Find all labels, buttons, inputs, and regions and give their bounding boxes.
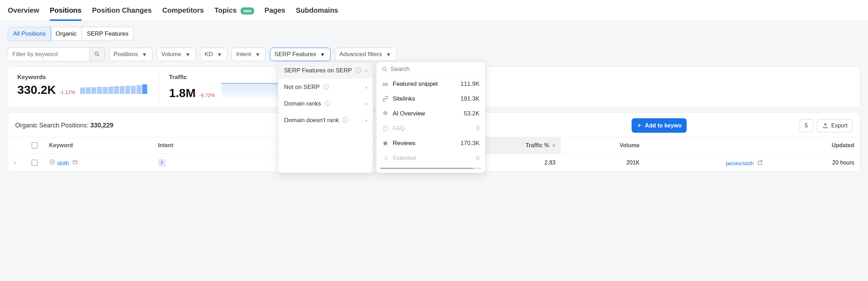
chevron-down-icon: ▾ — [255, 51, 261, 58]
chevron-down-icon: ▾ — [320, 51, 326, 58]
feature-faq[interactable]: FAQ0 — [376, 121, 485, 136]
add-to-keyword-button[interactable]: ＋ Add to keywo — [632, 118, 687, 133]
chevron-down-icon: ▾ — [386, 51, 392, 58]
feature-sitelinks[interactable]: Sitelinks191.3K — [376, 91, 485, 106]
filter-volume-label: Volume — [161, 51, 181, 58]
features-scrollbar[interactable] — [380, 168, 482, 169]
feature-count: 0 — [476, 155, 480, 162]
svg-rect-5 — [73, 161, 77, 164]
filter-positions-label: Positions — [114, 51, 138, 58]
summary-keywords: Keywords 330.2K -1.12% — [8, 67, 160, 107]
filter-kd[interactable]: KD ▾ — [200, 48, 228, 61]
keyword-link[interactable]: sloth — [57, 160, 69, 166]
menu-domain-ranks[interactable]: Domain ranks ⓘ › — [278, 95, 373, 112]
tab-pages[interactable]: Pages — [265, 0, 285, 21]
feature-name: Sitelinks — [393, 95, 415, 102]
tab-overview[interactable]: Overview — [8, 0, 39, 21]
chevron-right-icon: › — [365, 117, 367, 124]
info-icon[interactable]: ⓘ — [342, 116, 348, 124]
menu-serp-features-on-serp[interactable]: SERP Features on SERP ⓘ › — [278, 62, 373, 79]
feature-name: FAQ — [393, 125, 405, 132]
sparkle-icon — [382, 110, 388, 117]
feature-count: 170.3K — [460, 140, 480, 147]
feature-count: 191.3K — [460, 95, 480, 102]
menu-not-on-serp[interactable]: Not on SERP ⓘ › — [278, 79, 373, 95]
features-search — [376, 62, 485, 77]
feature-count: 111.9K — [460, 80, 480, 88]
tab-position-changes[interactable]: Position Changes — [92, 0, 152, 21]
select-all-checkbox[interactable] — [31, 142, 38, 149]
svg-line-1 — [98, 55, 99, 56]
summary-traffic: Traffic 1.8M -9.72% — [160, 67, 860, 107]
chevron-right-icon: › — [365, 84, 367, 91]
feature-name: Featured snippet — [393, 80, 438, 88]
col-volume[interactable]: Volume — [561, 137, 645, 154]
feature-indented[interactable]: Indented0 — [376, 151, 485, 166]
serp-preview-icon[interactable] — [72, 159, 78, 166]
filter-intent[interactable]: Intent ▾ — [231, 48, 266, 61]
subtab-serp-features[interactable]: SERP Features — [82, 27, 133, 41]
tab-subdomains[interactable]: Subdomains — [296, 0, 338, 21]
faq-icon — [382, 125, 388, 132]
url-fragment[interactable]: pecies/sloth — [726, 160, 754, 166]
menu-label: Not on SERP — [284, 84, 320, 91]
filter-positions[interactable]: Positions ▾ — [109, 48, 152, 61]
tab-positions[interactable]: Positions — [50, 0, 82, 21]
volume-value: 201K — [561, 154, 645, 172]
menu-domain-doesnt-rank[interactable]: Domain doesn't rank ⓘ › — [278, 112, 373, 128]
col-intent[interactable]: Intent — [152, 137, 224, 154]
tab-topics-label: Topics — [215, 6, 237, 14]
svg-line-10 — [385, 70, 387, 71]
filter-volume[interactable]: Volume ▾ — [157, 48, 196, 61]
traffic-value: 1.8M — [169, 86, 196, 100]
keywords-sparkline — [80, 83, 147, 94]
tab-topics[interactable]: Topics new — [215, 0, 254, 21]
chevron-down-icon: ▾ — [185, 51, 191, 58]
keyword-filter-search-button[interactable] — [89, 48, 104, 61]
keywords-delta: -1.12% — [60, 89, 75, 95]
filter-serp-features[interactable]: SERP Features ▾ — [270, 48, 331, 61]
add-icon[interactable] — [49, 159, 55, 165]
traffic-label: Traffic — [169, 74, 851, 81]
manage-columns-button[interactable]: 5 — [800, 119, 813, 132]
filter-advanced[interactable]: Advanced filters ▾ — [335, 48, 397, 61]
filter-intent-label: Intent — [236, 51, 251, 58]
serp-features-submenu: Featured snippet111.9KSitelinks191.3KAI … — [376, 62, 486, 173]
subtab-organic[interactable]: Organic — [51, 27, 82, 41]
feature-ai-overview[interactable]: AI Overview53.2K — [376, 106, 485, 121]
menu-label: SERP Features on SERP — [284, 67, 352, 74]
filter-advanced-label: Advanced filters — [339, 51, 382, 58]
expand-row-icon[interactable]: › — [14, 160, 16, 166]
traffic-delta: -9.72% — [199, 92, 215, 98]
info-icon[interactable]: ⓘ — [323, 83, 329, 91]
svg-point-9 — [382, 67, 386, 70]
chevron-right-icon: › — [365, 67, 367, 74]
feature-featured-snippet[interactable]: Featured snippet111.9K — [376, 77, 485, 91]
row-checkbox[interactable] — [31, 160, 38, 166]
feature-count: 53.2K — [464, 110, 480, 117]
feature-name: Reviews — [393, 140, 415, 147]
export-button[interactable]: Export — [817, 119, 853, 132]
info-icon[interactable]: ⓘ — [325, 100, 331, 108]
subtab-all-positions[interactable]: All Positions — [8, 27, 51, 41]
col-keyword[interactable]: Keyword — [43, 137, 152, 154]
keyword-filter-input[interactable] — [8, 48, 89, 61]
table-title-count: 330,229 — [90, 122, 113, 129]
external-link-icon[interactable] — [757, 159, 763, 166]
table-title-prefix: Organic Search Positions: — [15, 122, 90, 129]
chevron-down-icon: ▾ — [216, 51, 223, 58]
main-tabs: Overview Positions Position Changes Comp… — [0, 0, 868, 21]
feature-reviews[interactable]: Reviews170.3K — [376, 136, 485, 151]
menu-label: Domain doesn't rank — [284, 117, 339, 124]
feature-name: Indented — [393, 155, 416, 162]
filter-kd-label: KD — [205, 51, 213, 58]
info-icon[interactable]: ⓘ — [355, 66, 361, 74]
col-updated[interactable]: Updated — [769, 137, 860, 154]
crown-icon — [382, 81, 388, 87]
feature-name: AI Overview — [393, 110, 425, 117]
features-search-input[interactable] — [391, 66, 480, 73]
tab-competitors[interactable]: Competitors — [162, 0, 204, 21]
subtabs: All Positions Organic SERP Features — [0, 21, 868, 44]
plus-icon: ＋ — [637, 122, 642, 129]
search-icon — [381, 66, 388, 72]
